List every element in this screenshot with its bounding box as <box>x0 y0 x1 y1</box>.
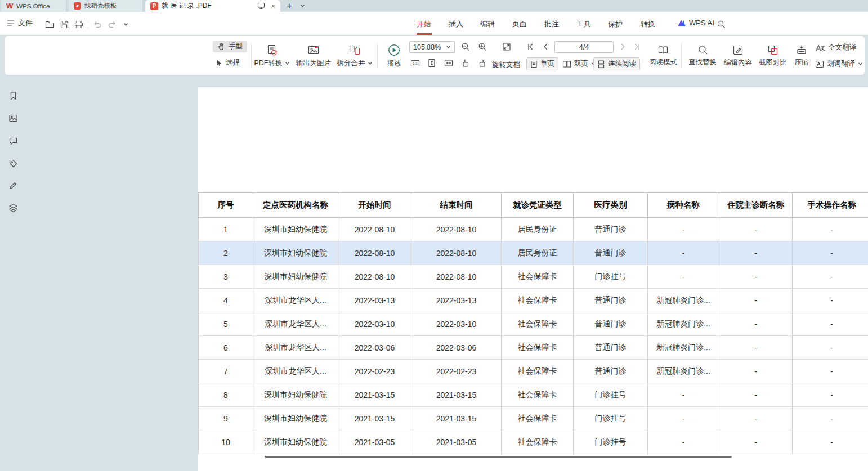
single-page-icon <box>530 60 538 68</box>
comments-panel-button[interactable] <box>8 136 18 146</box>
fit-width-button[interactable] <box>444 59 453 68</box>
search-button[interactable] <box>715 19 727 30</box>
table-cell: - <box>793 430 868 454</box>
table-cell: 居民身份证 <box>502 218 574 241</box>
horizontal-scrollbar[interactable] <box>265 456 732 458</box>
table-header-cell: 开始时间 <box>338 193 411 218</box>
monitor-icon[interactable] <box>257 2 265 10</box>
table-cell: 2022-03-10 <box>411 312 502 336</box>
table-header-cell: 手术操作名称 <box>793 193 868 218</box>
table-cell: 社会保障卡 <box>502 312 574 336</box>
zoom-level-dropdown[interactable]: 105.88% <box>409 41 455 53</box>
tab-docer[interactable]: 找稻壳模板 <box>69 0 143 12</box>
tab-list-dropdown[interactable] <box>297 0 307 12</box>
table-cell: 深圳市妇幼保健院 <box>253 218 338 241</box>
print-button[interactable] <box>73 19 84 30</box>
tab-wps-office[interactable]: W WPS Office <box>1 0 66 12</box>
full-translation-button[interactable]: 全文翻译 <box>815 43 856 52</box>
menu-tab-home[interactable]: 开始 <box>415 19 432 29</box>
table-cell: 门诊挂号 <box>574 265 648 289</box>
compress-button[interactable]: 压缩 <box>788 41 815 71</box>
thumbnails-panel-button[interactable] <box>8 113 18 123</box>
zoom-out-button[interactable] <box>461 42 470 51</box>
rotate-left-button[interactable] <box>461 59 470 68</box>
table-cell: - <box>719 430 793 454</box>
split-merge-button[interactable]: 拆分合并 <box>334 41 375 71</box>
hand-tool-button[interactable]: 手型 <box>213 41 247 52</box>
prev-page-icon <box>542 43 549 51</box>
rotate-right-icon <box>478 59 487 68</box>
more-actions-dropdown[interactable] <box>120 19 131 30</box>
compress-label: 压缩 <box>795 58 809 68</box>
wps-ai-button[interactable]: WPS AI <box>677 19 714 27</box>
actual-size-button[interactable]: 1:1 <box>410 59 420 68</box>
window-tab-bar: W WPS Office 找稻壳模板 P 就 医 记 录 .PDF × + <box>0 0 868 12</box>
menu-tab-comment[interactable]: 批注 <box>543 19 560 29</box>
table-cell: 2022-08-10 <box>338 218 411 241</box>
open-file-button[interactable] <box>44 19 55 30</box>
play-button[interactable]: 播放 <box>379 41 409 71</box>
close-tab-icon[interactable]: × <box>271 2 275 10</box>
bookmarks-panel-button[interactable] <box>8 91 18 101</box>
last-page-button[interactable] <box>633 43 641 51</box>
fit-window-button[interactable] <box>502 42 511 51</box>
continuous-read-button[interactable]: 连续阅读 <box>593 57 640 70</box>
menu-tab-page[interactable]: 页面 <box>511 19 528 29</box>
book-icon <box>657 45 669 55</box>
table-cell: 新冠肺炎门诊... <box>648 312 719 336</box>
fit-height-button[interactable] <box>427 59 436 68</box>
double-page-label: 双页 <box>574 59 588 69</box>
undo-button[interactable] <box>92 19 103 30</box>
table-cell: - <box>648 218 719 241</box>
signature-panel-button[interactable] <box>8 180 18 190</box>
menu-icon <box>7 20 15 26</box>
rotate-doc-button[interactable]: 旋转文档 <box>492 60 520 70</box>
prev-page-button[interactable] <box>542 43 549 51</box>
tags-panel-button[interactable] <box>8 158 18 168</box>
edit-content-icon <box>732 44 744 56</box>
page-indicator-input[interactable]: 4/4 <box>554 41 614 53</box>
zoom-in-button[interactable] <box>478 42 487 51</box>
edit-content-button[interactable]: 编辑内容 <box>721 41 755 71</box>
single-page-button[interactable]: 单页 <box>526 57 558 70</box>
full-translation-icon <box>815 43 825 52</box>
table-row: 6深圳市龙华区人...2022-03-062022-03-06社会保障卡普通门诊… <box>199 336 868 360</box>
file-menu-button[interactable]: 文件 <box>7 18 33 28</box>
table-cell: 2021-03-05 <box>411 430 502 454</box>
tab-document[interactable]: P 就 医 记 录 .PDF × <box>145 0 280 12</box>
wps-logo-icon: W <box>6 2 13 10</box>
comment-icon <box>8 136 18 146</box>
tab-label: 找稻壳模板 <box>84 2 117 10</box>
pdf-convert-button[interactable]: PDF转换 <box>252 41 292 71</box>
table-cell: 社会保障卡 <box>502 407 574 430</box>
menu-tab-protect[interactable]: 保护 <box>607 19 624 29</box>
table-cell: 社会保障卡 <box>502 265 574 289</box>
pdf-convert-icon <box>266 44 278 56</box>
next-page-icon <box>619 43 627 51</box>
menu-tab-tools[interactable]: 工具 <box>575 19 592 29</box>
layers-panel-button[interactable] <box>8 203 18 213</box>
rotate-right-button[interactable] <box>478 59 487 68</box>
first-page-button[interactable] <box>526 43 534 51</box>
table-cell: - <box>648 383 719 407</box>
table-cell: 2022-08-10 <box>338 241 411 265</box>
select-tool-label: 选择 <box>226 58 240 68</box>
page-indicator: 4/4 <box>579 43 589 51</box>
menu-tab-convert[interactable]: 转换 <box>639 19 656 29</box>
export-image-button[interactable]: 输出为图片 <box>293 41 334 71</box>
next-page-button[interactable] <box>619 43 627 51</box>
double-page-button[interactable]: 双页 <box>562 59 596 69</box>
select-tool-button[interactable]: 选择 <box>215 58 240 68</box>
save-button[interactable] <box>59 19 70 30</box>
menu-tab-edit[interactable]: 编辑 <box>479 19 496 29</box>
word-translation-button[interactable]: 划词翻译 <box>815 59 863 69</box>
menu-bar: 文件 开始 插入 编辑 页面 批注 工具 保护 转换 WPS AI <box>0 12 868 35</box>
redo-button[interactable] <box>106 19 118 30</box>
menu-tab-insert[interactable]: 插入 <box>448 19 464 29</box>
find-replace-button[interactable]: 查找替换 <box>684 41 721 71</box>
save-icon <box>60 20 69 29</box>
read-mode-button[interactable]: 阅读模式 <box>646 41 680 71</box>
new-tab-button[interactable]: + <box>284 0 295 12</box>
screenshot-compare-button[interactable]: 截图对比 <box>755 41 790 71</box>
play-label: 播放 <box>387 59 401 69</box>
